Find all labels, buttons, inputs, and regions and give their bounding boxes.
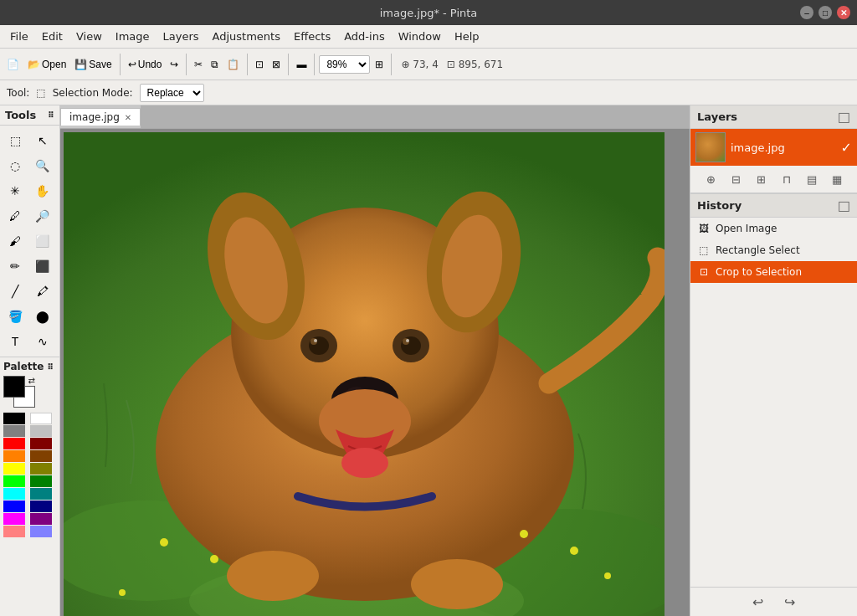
- swap-colors-icon[interactable]: ⇄: [28, 376, 35, 385]
- zoom-fit-button[interactable]: ⊞: [372, 56, 387, 73]
- history-item[interactable]: 🖼 Open Image: [690, 218, 857, 239]
- line-tool[interactable]: ╱: [3, 280, 27, 303]
- title-text: image.jpg* - Pinta: [380, 7, 478, 19]
- menu-addins[interactable]: Add-ins: [337, 28, 391, 45]
- palette-grip: ⠿: [47, 362, 54, 372]
- undo-button[interactable]: ↩ Undo: [125, 56, 166, 73]
- svg-point-24: [160, 538, 168, 547]
- history-panel-close[interactable]: □: [838, 198, 850, 213]
- pencil-tool[interactable]: ✏: [3, 254, 27, 278]
- menu-window[interactable]: Window: [392, 28, 448, 45]
- color-swatch[interactable]: [30, 463, 52, 475]
- maximize-button[interactable]: □: [819, 6, 832, 19]
- recolor-tool[interactable]: ⬤: [31, 305, 54, 328]
- color-swatch[interactable]: [30, 513, 52, 525]
- rectangle-select-icon: ⬚: [697, 244, 711, 257]
- color-swatch[interactable]: [30, 526, 52, 537]
- color-swatch[interactable]: [30, 438, 52, 449]
- menu-help[interactable]: Help: [448, 28, 486, 45]
- minimize-button[interactable]: –: [800, 6, 813, 19]
- wh-dims: ⊡ 895, 671: [447, 59, 503, 70]
- canvas-tabs: image.jpg ✕: [60, 105, 690, 129]
- zoom-select[interactable]: 25% 50% 75% 89% 100% 150% 200%: [319, 55, 370, 74]
- new-button[interactable]: 📄: [3, 56, 23, 73]
- magic-wand-tool[interactable]: ✳: [3, 179, 27, 203]
- history-item-label: Crop to Selection: [716, 266, 802, 278]
- text-tool[interactable]: T: [3, 330, 27, 353]
- undo-history-button[interactable]: ↩: [746, 591, 771, 613]
- color-swatch[interactable]: [3, 463, 25, 475]
- bezier-tool[interactable]: ∿: [31, 330, 54, 353]
- layers-panel-close[interactable]: □: [838, 109, 850, 125]
- svg-point-25: [210, 555, 218, 563]
- copy-button[interactable]: ⧉: [208, 56, 222, 73]
- menu-adjustments[interactable]: Adjustments: [206, 28, 287, 45]
- eraser-tool[interactable]: ⬛: [31, 254, 54, 278]
- menu-view[interactable]: View: [69, 28, 109, 45]
- move-tool[interactable]: ↖: [31, 129, 54, 152]
- color-swatch[interactable]: [3, 438, 25, 449]
- flatten-image-button[interactable]: ▤: [800, 169, 824, 189]
- color-swatch[interactable]: [30, 450, 52, 462]
- lasso-tool[interactable]: ◌: [3, 154, 27, 177]
- menu-file[interactable]: File: [3, 28, 35, 45]
- merge-down-button[interactable]: ⊓: [775, 169, 798, 189]
- menu-layers[interactable]: Layers: [157, 28, 206, 45]
- zoom-magnify-tool[interactable]: 🔎: [31, 204, 54, 228]
- color-swatch[interactable]: [3, 501, 25, 512]
- add-layer-button[interactable]: ⊕: [700, 169, 723, 189]
- color-swatch[interactable]: [3, 425, 25, 437]
- color-swatch[interactable]: [3, 488, 25, 500]
- layers-title: Layers: [697, 110, 737, 123]
- tab-close-icon[interactable]: ✕: [125, 113, 131, 122]
- color-picker-tool[interactable]: 🖊: [3, 204, 27, 228]
- selection-mode-select[interactable]: Replace Add Subtract Intersect: [140, 84, 204, 102]
- colored-pencil-tool[interactable]: 🖍: [31, 280, 54, 303]
- delete-layer-button[interactable]: ⊟: [725, 169, 748, 189]
- zoom-tool[interactable]: 🔍: [31, 154, 54, 177]
- layer-row[interactable]: image.jpg ✓: [690, 129, 857, 166]
- flatten-button[interactable]: ▬: [293, 56, 310, 73]
- canvas-scroll[interactable]: [60, 129, 690, 616]
- color-swatch[interactable]: [3, 475, 25, 487]
- fill-tool[interactable]: 🪣: [3, 305, 27, 328]
- color-swatch[interactable]: [30, 413, 52, 424]
- paste-button[interactable]: 📋: [223, 56, 243, 73]
- menu-edit[interactable]: Edit: [35, 28, 69, 45]
- history-item[interactable]: ⬚ Rectangle Select: [690, 239, 857, 261]
- duplicate-layer-button[interactable]: ⊞: [750, 169, 773, 189]
- color-swatch[interactable]: [3, 513, 25, 525]
- canvas-tab[interactable]: image.jpg ✕: [60, 108, 141, 126]
- color-swatch[interactable]: [30, 425, 52, 437]
- color-swatch[interactable]: [30, 475, 52, 487]
- layer-properties-button[interactable]: ▦: [825, 169, 849, 189]
- save-button[interactable]: 💾 Save: [71, 56, 115, 73]
- color-swatch[interactable]: [3, 526, 25, 537]
- cut-button[interactable]: ✂: [191, 56, 206, 73]
- crop-button[interactable]: ⊡: [252, 56, 267, 73]
- palette-header: Palette ⠿: [3, 361, 56, 372]
- color-swatch[interactable]: [30, 501, 52, 512]
- close-button[interactable]: ✕: [837, 6, 850, 19]
- menu-effects[interactable]: Effects: [287, 28, 337, 45]
- open-button[interactable]: 📂 Open: [24, 56, 69, 73]
- rectangle-select-tool[interactable]: ⬚: [3, 129, 27, 152]
- color-swatch[interactable]: [3, 450, 25, 462]
- history-item-label: Rectangle Select: [716, 244, 800, 256]
- pan-tool[interactable]: ✋: [31, 179, 54, 203]
- history-item-active[interactable]: ⊡ Crop to Selection: [690, 261, 857, 283]
- svg-point-28: [119, 589, 126, 596]
- resize-button[interactable]: ⊠: [269, 56, 284, 73]
- redo-button[interactable]: ↪: [167, 56, 182, 73]
- color-swatch[interactable]: [3, 413, 25, 424]
- paint-brush-tool[interactable]: 🖌: [3, 229, 27, 253]
- layer-thumbnail: [695, 132, 726, 162]
- foreground-color-square[interactable]: [3, 376, 25, 398]
- rectangle-shape-tool[interactable]: ⬜: [31, 229, 54, 253]
- color-swatch[interactable]: [30, 488, 52, 500]
- history-footer: ↩ ↪: [690, 587, 857, 616]
- menu-image[interactable]: Image: [109, 28, 157, 45]
- layer-visible-check[interactable]: ✓: [841, 140, 852, 156]
- redo-history-button[interactable]: ↪: [777, 591, 803, 613]
- toolbar: 📄 📂 Open 💾 Save ↩ Undo ↪ ✂ ⧉ 📋 ⊡ ⊠ ▬ 25%…: [0, 49, 857, 80]
